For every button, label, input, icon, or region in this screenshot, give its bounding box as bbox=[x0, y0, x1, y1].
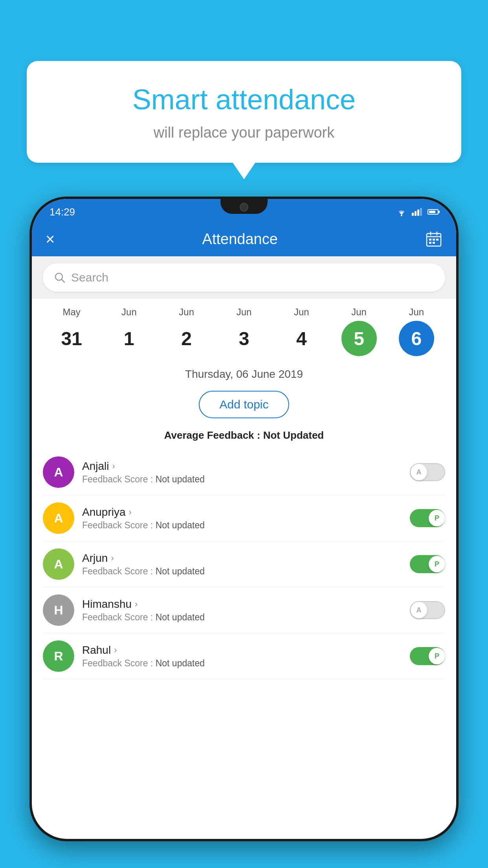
svg-rect-9 bbox=[433, 242, 435, 244]
cal-date-number: 3 bbox=[226, 321, 262, 356]
student-item[interactable]: HHimanshu›Feedback Score : Not updatedA bbox=[43, 587, 445, 633]
cal-date-number: 6 bbox=[399, 321, 434, 356]
student-name: Anjali› bbox=[82, 460, 402, 473]
calendar-day[interactable]: Jun3 bbox=[220, 307, 268, 356]
signal-icon bbox=[412, 208, 422, 216]
app-bar: × Attendance bbox=[32, 222, 456, 256]
bubble-title: Smart attendance bbox=[50, 83, 438, 116]
toggle-knob: A bbox=[411, 464, 427, 480]
student-info: Rahul›Feedback Score : Not updated bbox=[82, 644, 402, 669]
speech-bubble: Smart attendance will replace your paper… bbox=[27, 61, 461, 163]
student-info: Himanshu›Feedback Score : Not updated bbox=[82, 598, 402, 623]
speech-bubble-container: Smart attendance will replace your paper… bbox=[27, 61, 461, 163]
toggle-knob: A bbox=[411, 602, 427, 618]
search-container: Search bbox=[32, 256, 456, 299]
cal-month-label: Jun bbox=[351, 307, 367, 318]
calendar-day[interactable]: Jun6 bbox=[393, 307, 440, 356]
avatar: H bbox=[43, 594, 74, 626]
calendar-strip: May31Jun1Jun2Jun3Jun4Jun5Jun6 bbox=[32, 299, 456, 360]
toggle-knob: P bbox=[429, 510, 445, 526]
attendance-toggle[interactable]: A bbox=[410, 601, 445, 619]
add-topic-button[interactable]: Add topic bbox=[199, 391, 289, 418]
toggle-knob: P bbox=[429, 648, 445, 664]
calendar-day[interactable]: Jun4 bbox=[278, 307, 325, 356]
bubble-subtitle: will replace your paperwork bbox=[50, 124, 438, 141]
cal-date-number: 2 bbox=[169, 321, 204, 356]
svg-rect-5 bbox=[429, 239, 431, 241]
avg-feedback: Average Feedback : Not Updated bbox=[32, 426, 456, 449]
calendar-day[interactable]: Jun1 bbox=[105, 307, 152, 356]
student-feedback: Feedback Score : Not updated bbox=[82, 566, 402, 577]
search-placeholder: Search bbox=[71, 271, 108, 284]
battery-icon bbox=[427, 209, 438, 215]
student-feedback: Feedback Score : Not updated bbox=[82, 474, 402, 485]
cal-month-label: Jun bbox=[237, 307, 252, 318]
student-item[interactable]: AAnjali›Feedback Score : Not updatedA bbox=[43, 449, 445, 495]
wifi-icon bbox=[395, 208, 408, 216]
battery-fill bbox=[429, 211, 435, 213]
student-feedback: Feedback Score : Not updated bbox=[82, 658, 402, 669]
cal-month-label: Jun bbox=[121, 307, 137, 318]
cal-date-number: 5 bbox=[341, 321, 377, 356]
attendance-toggle[interactable]: P bbox=[410, 647, 445, 665]
student-feedback: Feedback Score : Not updated bbox=[82, 520, 402, 531]
student-name: Rahul› bbox=[82, 644, 402, 657]
student-info: Anjali›Feedback Score : Not updated bbox=[82, 460, 402, 485]
search-icon bbox=[54, 272, 66, 283]
avatar: A bbox=[43, 456, 74, 488]
status-time: 14:29 bbox=[50, 206, 75, 218]
close-button[interactable]: × bbox=[46, 231, 55, 247]
cal-month-label: Jun bbox=[294, 307, 309, 318]
svg-point-0 bbox=[401, 215, 402, 216]
calendar-icon[interactable] bbox=[425, 230, 442, 248]
student-name: Arjun› bbox=[82, 552, 402, 565]
cal-month-label: May bbox=[62, 307, 80, 318]
svg-line-11 bbox=[62, 280, 64, 282]
add-topic-container: Add topic bbox=[32, 387, 456, 426]
avatar: R bbox=[43, 640, 74, 672]
student-name: Himanshu› bbox=[82, 598, 402, 611]
attendance-toggle[interactable]: P bbox=[410, 509, 445, 527]
student-list: AAnjali›Feedback Score : Not updatedAAAn… bbox=[32, 449, 456, 679]
notch bbox=[220, 199, 268, 214]
app-bar-title: Attendance bbox=[66, 231, 413, 248]
status-icons bbox=[395, 208, 438, 216]
cal-month-label: Jun bbox=[179, 307, 194, 318]
date-display: Thursday, 06 June 2019 bbox=[32, 360, 456, 387]
camera bbox=[240, 203, 248, 211]
calendar-day[interactable]: Jun2 bbox=[163, 307, 210, 356]
toggle-knob: P bbox=[429, 556, 445, 572]
student-feedback: Feedback Score : Not updated bbox=[82, 612, 402, 623]
avg-feedback-label: Average Feedback : bbox=[164, 429, 261, 441]
cal-month-label: Jun bbox=[409, 307, 424, 318]
student-item[interactable]: RRahul›Feedback Score : Not updatedP bbox=[43, 633, 445, 679]
cal-date-number: 4 bbox=[284, 321, 319, 356]
student-item[interactable]: AArjun›Feedback Score : Not updatedP bbox=[43, 541, 445, 587]
avatar: A bbox=[43, 548, 74, 580]
student-name: Anupriya› bbox=[82, 506, 402, 519]
phone-frame: 14:29 bbox=[29, 197, 459, 841]
svg-rect-8 bbox=[429, 242, 431, 244]
attendance-toggle[interactable]: A bbox=[410, 463, 445, 481]
student-info: Arjun›Feedback Score : Not updated bbox=[82, 552, 402, 577]
search-bar[interactable]: Search bbox=[43, 263, 445, 292]
cal-date-number: 1 bbox=[111, 321, 147, 356]
screen: 14:29 bbox=[32, 199, 456, 839]
student-item[interactable]: AAnupriya›Feedback Score : Not updatedP bbox=[43, 495, 445, 541]
avg-feedback-value: Not Updated bbox=[263, 429, 324, 441]
student-info: Anupriya›Feedback Score : Not updated bbox=[82, 506, 402, 531]
calendar-day[interactable]: Jun5 bbox=[336, 307, 383, 356]
svg-rect-7 bbox=[436, 239, 438, 241]
avatar: A bbox=[43, 502, 74, 534]
calendar-day[interactable]: May31 bbox=[48, 307, 95, 356]
svg-rect-6 bbox=[433, 239, 435, 241]
cal-date-number: 31 bbox=[54, 321, 89, 356]
phone-inner: 14:29 bbox=[32, 199, 456, 839]
attendance-toggle[interactable]: P bbox=[410, 555, 445, 573]
